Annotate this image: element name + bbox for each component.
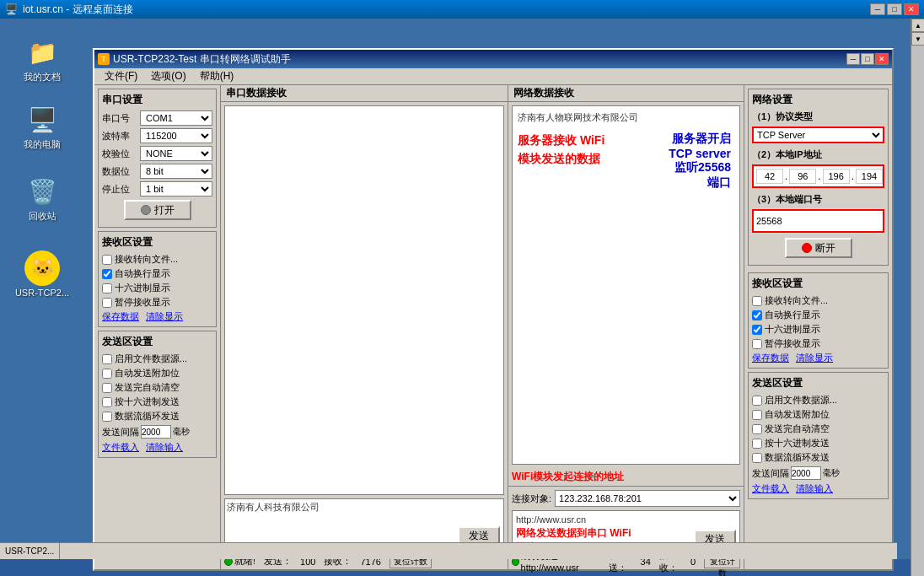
desktop-icon-my-docs[interactable]: 📁 我的文档 <box>13 35 72 83</box>
open-btn-label: 打开 <box>154 203 175 218</box>
net-recv-cb1-label: 接收转向文件... <box>765 294 828 307</box>
ip-field-3[interactable] <box>823 169 850 184</box>
net-recv-cb2[interactable] <box>752 310 762 320</box>
scroll-down-arrow[interactable]: ▼ <box>911 32 924 46</box>
network-data-area[interactable]: 济南有人物联网技术有限公司 服务器接收 WiFi 模块发送的数据 服务器开启 <box>512 105 740 465</box>
ip-title: （2）本地IP地址 <box>752 148 884 162</box>
net-save-link[interactable]: 保存数据 <box>752 352 789 364</box>
open-port-btn[interactable]: 打开 <box>124 200 191 220</box>
connect-select[interactable]: 123.232.168.78:201 <box>555 490 740 507</box>
net-recv-cb4-row: 暂停接收显示 <box>752 337 884 350</box>
desktop-icon-recycle[interactable]: 🗑️ 回收站 <box>13 175 72 223</box>
serial-load-link[interactable]: 文件载入 <box>102 441 139 454</box>
annotation-port: 端口 <box>669 175 731 191</box>
taskbar-app-label: USR-TCP2... <box>5 546 54 556</box>
protocol-select[interactable]: TCP Server <box>752 127 884 143</box>
right-scrollbar: ▲ ▼ <box>911 19 924 576</box>
remote-maximize-btn[interactable]: □ <box>887 3 902 15</box>
wifi-addr-annotation: WiFi模块发起连接的地址 <box>508 468 744 486</box>
serial-send-area: 济南有人科技有限公司 发送 <box>224 498 504 549</box>
stop-select[interactable]: 1 bit <box>140 181 212 196</box>
serial-settings-title: 串口设置 <box>102 93 212 107</box>
serial-send-cb1-row: 启用文件数据源... <box>102 353 212 365</box>
serial-recv-cb3[interactable] <box>102 283 112 293</box>
serial-send-cb5-label: 数据流循环发送 <box>115 410 180 423</box>
data-label: 数据位 <box>102 165 140 178</box>
serial-send-cb1[interactable] <box>102 354 112 364</box>
net-clear-input-link[interactable]: 清除输入 <box>796 482 833 495</box>
baud-row: 波特率 115200 <box>102 128 212 143</box>
net-send-cb2[interactable] <box>752 410 762 420</box>
serial-send-title: 发送区设置 <box>102 335 212 349</box>
ip-field-1[interactable] <box>756 169 783 184</box>
ip-field-2[interactable] <box>789 169 816 184</box>
serial-send-cb4[interactable] <box>102 397 112 407</box>
serial-recv-cb2-label: 自动换行显示 <box>115 267 170 280</box>
scroll-up-arrow[interactable]: ▲ <box>911 19 924 32</box>
menu-file[interactable]: 文件(F) <box>98 68 144 84</box>
serial-recv-cb2[interactable] <box>102 269 112 279</box>
menu-help[interactable]: 帮助(H) <box>193 68 241 84</box>
net-send-cb3[interactable] <box>752 424 762 434</box>
parity-label: 校验位 <box>102 148 140 160</box>
connect-label: 连接对象: <box>512 493 551 505</box>
port-select[interactable]: COM1 <box>140 110 212 126</box>
remote-titlebar: 🖥️ iot.usr.cn - 远程桌面连接 ─ □ ✕ <box>0 0 924 19</box>
app-window-controls: ─ □ ✕ <box>846 53 889 65</box>
serial-send-cb5-row: 数据流循环发送 <box>102 410 212 423</box>
net-recv-cb4[interactable] <box>752 339 762 349</box>
ip-field-4[interactable] <box>856 169 883 184</box>
net-send-cb4[interactable] <box>752 439 762 449</box>
serial-send-text: 济南有人科技有限公司 <box>227 502 320 512</box>
serial-send-cb2[interactable] <box>102 369 112 379</box>
baud-select[interactable]: 115200 <box>140 128 212 143</box>
app-minimize-btn[interactable]: ─ <box>846 53 860 65</box>
serial-recv-cb2-row: 自动换行显示 <box>102 267 212 280</box>
serial-clear-link[interactable]: 清除显示 <box>146 310 183 323</box>
serial-recv-cb4-label: 暂停接收显示 <box>115 296 170 309</box>
right-annotations: 服务器开启 TCP server 监听25568 端口 <box>669 132 731 191</box>
net-send-cb1[interactable] <box>752 396 762 406</box>
serial-send-cb3[interactable] <box>102 383 112 393</box>
net-send-cb5[interactable] <box>752 453 762 463</box>
serial-send-cb5[interactable] <box>102 412 112 422</box>
serial-recv-cb1[interactable] <box>102 255 112 265</box>
company-text: 济南有人物联网技术有限公司 <box>518 111 734 124</box>
port-label: 串口号 <box>102 112 140 125</box>
menu-options[interactable]: 选项(O) <box>144 68 192 84</box>
net-load-link[interactable]: 文件载入 <box>752 482 789 495</box>
usr-tcp-icon: 🐱 <box>24 250 60 286</box>
app-close-btn[interactable]: ✕ <box>875 53 889 65</box>
ip-section: （2）本地IP地址 . . . <box>752 148 884 188</box>
serial-save-link[interactable]: 保存数据 <box>102 310 139 323</box>
desktop-icon-usr-tcp[interactable]: 🐱 USR-TCP2... <box>13 250 72 298</box>
serial-recv-cb1-row: 接收转向文件... <box>102 253 212 266</box>
serial-clear-input-link[interactable]: 清除输入 <box>146 441 183 454</box>
desktop-icon-my-pc[interactable]: 🖥️ 我的电脑 <box>13 103 72 151</box>
remote-title-text: iot.usr.cn - 远程桌面连接 <box>23 3 870 17</box>
port-input[interactable] <box>756 213 880 229</box>
net-recv-cb1[interactable] <box>752 296 762 306</box>
net-send-text: http://www.usr.cn <box>516 514 736 525</box>
desktop-area: 📁 我的文档 🖥️ 我的电脑 🗑️ 回收站 🐱 USR-TCP2... T US… <box>0 19 911 559</box>
ip-box: . . . <box>752 164 884 188</box>
net-interval-input[interactable] <box>791 466 821 480</box>
remote-minimize-btn[interactable]: ─ <box>870 3 885 15</box>
parity-select[interactable]: NONE <box>140 146 212 161</box>
serial-recv-links: 保存数据 清除显示 <box>102 310 212 323</box>
net-recv-cb3[interactable] <box>752 325 762 335</box>
remote-close-btn[interactable]: ✕ <box>904 3 919 15</box>
serial-recv-cb3-label: 十六进制显示 <box>115 282 170 294</box>
connect-row: 连接对象: 123.232.168.78:201 <box>508 486 744 510</box>
net-recv-cb2-row: 自动换行显示 <box>752 309 884 321</box>
serial-recv-cb4[interactable] <box>102 298 112 308</box>
data-select[interactable]: 8 bit <box>140 164 212 179</box>
app-restore-btn[interactable]: □ <box>861 53 874 65</box>
serial-data-area[interactable] <box>224 105 504 495</box>
annotation-server-open: 服务器开启 <box>669 132 731 147</box>
net-clear-link[interactable]: 清除显示 <box>796 352 833 364</box>
taskbar-app-item[interactable]: USR-TCP2... <box>0 543 60 559</box>
port-box <box>752 209 884 233</box>
serial-interval-input[interactable] <box>141 425 171 439</box>
disconnect-btn[interactable]: 断开 <box>785 238 852 258</box>
